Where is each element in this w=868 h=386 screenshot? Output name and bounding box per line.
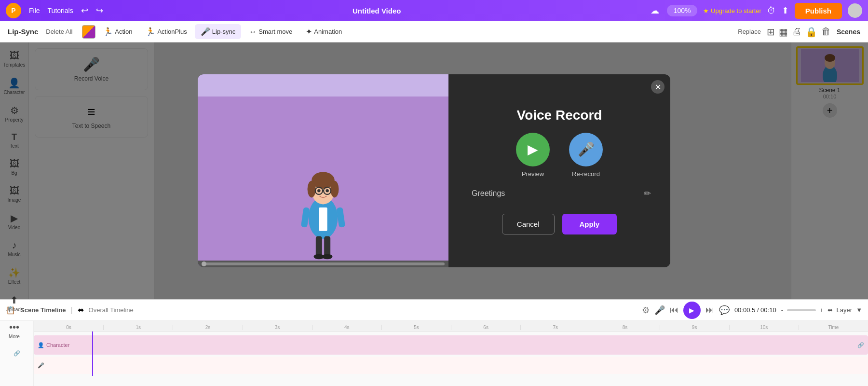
svg-rect-22 — [319, 207, 327, 231]
zoom-out-icon[interactable]: - — [781, 306, 783, 314]
timeline-settings-icon[interactable]: ⚙ — [642, 305, 650, 316]
timeline-play-button[interactable]: ▶ — [683, 302, 701, 319]
toolbar: Lip-Sync Delete All 🏃 Action 🏃 ActionPlu… — [0, 21, 868, 42]
timeline-zoom-slider[interactable] — [787, 309, 816, 311]
timeline-current-time: 00:00.5 / 00:10 — [734, 306, 776, 314]
mark-7: 7s — [520, 325, 590, 330]
layer-expand-icon[interactable]: ▼ — [856, 306, 862, 314]
svg-rect-37 — [337, 207, 346, 228]
document-title[interactable]: Untitled Video — [111, 7, 643, 15]
track-link-right-icon: 🔗 — [857, 342, 864, 348]
expand-icon[interactable]: ⬌ — [827, 306, 833, 314]
timeline-ruler: 0s 1s 2s 3s 4s 5s 6s 7s 8s 9s 10s Time 👤… — [34, 321, 868, 386]
ruler-marks: 0s 1s 2s 3s 4s 5s 6s 7s 8s 9s 10s Time — [34, 321, 868, 331]
timeline-right: - + ⬌ Layer ▼ — [781, 306, 862, 314]
grid-icon[interactable]: ▦ — [779, 26, 788, 38]
cloud-save-icon[interactable]: ☁ — [651, 5, 659, 16]
apply-button[interactable]: Apply — [562, 214, 617, 234]
lock-icon[interactable]: 🔒 — [805, 26, 817, 38]
undo-button[interactable]: ↩ — [81, 5, 88, 16]
more-icon: ••• — [9, 322, 19, 333]
delete-all-button[interactable]: Delete All — [46, 28, 72, 35]
timer-icon: ⏱ — [767, 6, 776, 16]
file-menu[interactable]: File — [29, 7, 40, 14]
svg-point-31 — [326, 189, 329, 193]
svg-point-30 — [317, 189, 321, 193]
animation-label: Animation — [314, 28, 342, 35]
actionplus-button[interactable]: 🏃 ActionPlus — [140, 24, 192, 39]
share-icon[interactable]: ⬆ — [782, 5, 789, 16]
mark-8: 8s — [590, 325, 659, 330]
modal-video-preview — [198, 74, 448, 267]
redo-button[interactable]: ↪ — [96, 5, 103, 16]
zoom-control[interactable]: 100% — [667, 5, 698, 16]
trash-icon[interactable]: 🗑 — [821, 26, 831, 37]
overall-timeline-icon: ⬌ — [78, 305, 84, 315]
topbar-right: 100% ★ Upgrade to starter ⏱ ⬆ Publish — [667, 3, 862, 19]
mark-2: 2s — [173, 325, 242, 330]
action-icon: 🏃 — [103, 27, 113, 36]
zoom-in-icon[interactable]: + — [820, 306, 824, 314]
smartmove-button[interactable]: ↔ Smart move — [243, 25, 298, 39]
cancel-button[interactable]: Cancel — [502, 214, 555, 234]
app-logo: P — [6, 3, 21, 18]
modal-overlay: ✕ — [0, 42, 868, 299]
sidebar-label-more: More — [9, 334, 20, 339]
svg-point-26 — [330, 181, 339, 198]
actionplus-label: ActionPlus — [157, 28, 187, 35]
layout-icon[interactable]: ⊞ — [767, 26, 775, 38]
topbar: P File Tutorials ↩ ↪ Untitled Video ☁ 10… — [0, 0, 868, 21]
rerecord-action: 🎤 Re-record — [569, 133, 603, 178]
timeline-controls: 📋 Scene Timeline | ⬌ Overall Timeline ⚙ … — [0, 300, 868, 321]
character-track[interactable]: 👤 Character 🔗 — [34, 335, 868, 355]
lipsync-icon: 🎤 — [201, 27, 210, 36]
preview-button[interactable]: ▶ — [516, 133, 550, 166]
publish-button[interactable]: Publish — [795, 3, 842, 19]
modal-close-button[interactable]: ✕ — [651, 80, 665, 94]
action-label: Action — [115, 28, 132, 35]
lipsync-button[interactable]: 🎤 Lip-sync — [195, 24, 241, 39]
modal-bottom-buttons: Cancel Apply — [502, 214, 617, 234]
timeline-track-area: 🔗 0s 1s 2s 3s 4s 5s 6s 7s 8s 9s 10s Time… — [0, 321, 868, 386]
user-avatar[interactable] — [848, 3, 862, 18]
modal-title: Voice Record — [517, 108, 602, 123]
rerecord-label: Re-record — [572, 170, 600, 178]
main-area: 🖼 Templates 👤 Character ⚙ Property T Tex… — [0, 42, 868, 299]
svg-point-25 — [308, 181, 316, 198]
mark-1: 1s — [103, 325, 173, 330]
timeline-caption-icon[interactable]: 💬 — [719, 305, 730, 316]
smartmove-icon: ↔ — [249, 28, 257, 36]
timeline-mic-icon[interactable]: 🎤 — [654, 305, 665, 316]
mark-9: 9s — [660, 325, 729, 330]
animation-button[interactable]: ✦ Animation — [300, 24, 348, 39]
modal-character-display — [198, 96, 448, 261]
sidebar-label-uploads: Uploads — [5, 307, 23, 312]
character-track-icon: 👤 — [38, 342, 44, 348]
smartmove-label: Smart move — [258, 28, 292, 35]
rerecord-button[interactable]: 🎤 — [569, 133, 603, 166]
svg-rect-36 — [301, 207, 310, 228]
preview-label: Preview — [522, 170, 544, 178]
voice-record-modal: ✕ — [198, 74, 670, 267]
edit-icon[interactable]: ✏ — [644, 188, 651, 199]
scenes-label: Scenes — [837, 28, 860, 36]
print-icon[interactable]: 🖨 — [792, 26, 801, 37]
play-icon: ▶ — [528, 141, 538, 157]
mic-icon: 🎤 — [578, 141, 595, 157]
overall-timeline-label[interactable]: Overall Timeline — [89, 306, 134, 314]
action-button[interactable]: 🏃 Action — [97, 24, 138, 39]
layer-label: Layer — [837, 306, 853, 314]
sidebar-item-more[interactable]: ••• More — [1, 318, 28, 343]
color-swatch[interactable] — [82, 25, 95, 39]
mark-6: 6s — [451, 325, 520, 330]
audio-track[interactable]: 🎤 — [34, 357, 868, 374]
greetings-input[interactable] — [468, 187, 640, 200]
upgrade-link[interactable]: ★ Upgrade to starter — [703, 7, 761, 14]
modal-action-buttons: ▶ Preview 🎤 Re-record — [516, 133, 603, 178]
character-track-label: Character — [46, 342, 69, 348]
timeline-prev-icon[interactable]: ⏮ — [670, 305, 678, 315]
mark-3: 3s — [243, 325, 312, 330]
modal-controls: Voice Record ▶ Preview 🎤 Re-record — [448, 74, 670, 267]
timeline-next-icon[interactable]: ⏭ — [705, 305, 714, 315]
tutorials-menu[interactable]: Tutorials — [48, 7, 73, 14]
